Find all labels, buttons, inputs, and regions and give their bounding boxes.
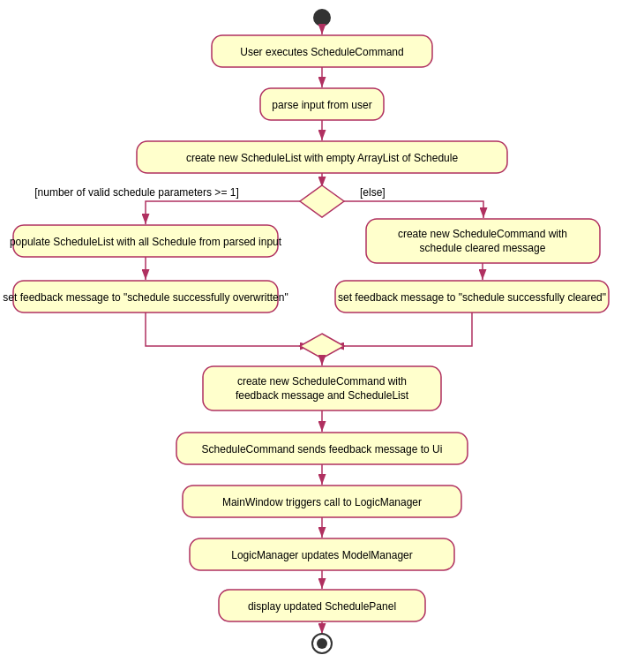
- label-condition-true: [number of valid schedule parameters >= …: [34, 186, 238, 199]
- node-create-schedulecommand-cleared-label1: create new ScheduleCommand with: [398, 228, 567, 240]
- node-feedback-overwritten-label: set feedback message to "schedule succes…: [3, 291, 288, 304]
- node-user-executes-label: User executes ScheduleCommand: [240, 46, 403, 58]
- arrow-n7-d2: [333, 312, 472, 346]
- node-create-schedulecommand-cleared: [366, 219, 600, 263]
- arrow-d1-n5: [344, 201, 483, 218]
- node-create-schedulecommand-feedback: [203, 366, 441, 410]
- node-create-schedulecommand-feedback-label1: create new ScheduleCommand with: [237, 375, 407, 388]
- node-mainwindow-triggers-label: MainWindow triggers call to LogicManager: [222, 496, 422, 508]
- node-feedback-cleared-label: set feedback message to "schedule succes…: [338, 291, 606, 304]
- node-create-schedulelist-label: create new ScheduleList with empty Array…: [186, 152, 458, 164]
- decision-1: [300, 185, 344, 217]
- activity-diagram: User executes ScheduleCommand parse inpu…: [0, 0, 644, 655]
- node-populate-schedulelist-label: populate ScheduleList with all Schedule …: [10, 236, 282, 248]
- node-create-schedulecommand-cleared-label2: schedule cleared message: [420, 242, 546, 254]
- node-parse-input-label: parse input from user: [272, 99, 371, 111]
- node-create-schedulecommand-feedback-label2: feedback message and ScheduleList: [236, 389, 409, 402]
- node-schedulecommand-sends-label: ScheduleCommand sends feedback message t…: [202, 443, 443, 455]
- node-logicmanager-updates-label: LogicManager updates ModelManager: [231, 549, 412, 561]
- arrow-d1-n4: [146, 201, 300, 224]
- end-node-inner: [317, 638, 327, 649]
- merge-1: [300, 334, 344, 358]
- start-node: [313, 9, 331, 26]
- label-condition-false: [else]: [360, 186, 386, 199]
- arrow-n6-d2: [146, 312, 311, 346]
- node-display-schedulepanel-label: display updated SchedulePanel: [248, 600, 396, 613]
